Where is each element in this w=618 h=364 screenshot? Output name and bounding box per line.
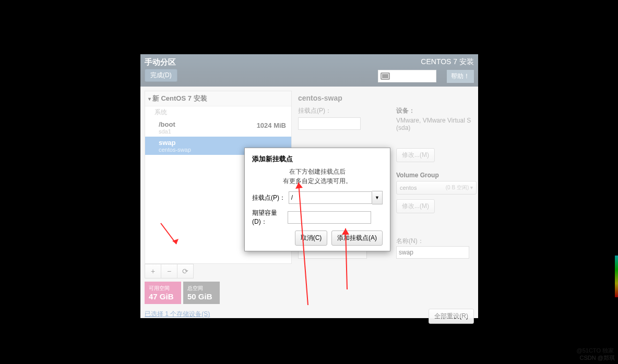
add-mount-point-button[interactable]: 添加挂载点(A): [331, 230, 383, 246]
watermark: @51CTO 独家: [577, 347, 614, 355]
dialog-size-label: 期望容量(D)：: [252, 209, 288, 226]
dialog-mount-input[interactable]: [289, 191, 372, 204]
dialog-mount-label: 挂载点(P)：: [252, 193, 289, 202]
dialog-mount-row: 挂载点(P)： ▼: [252, 191, 383, 204]
dialog-mount-dropdown[interactable]: ▼: [372, 191, 383, 204]
dialog-subtitle: 在下方创建挂载点后 有更多自定义选项可用。: [252, 167, 383, 186]
dialog-title: 添加新挂载点: [252, 154, 383, 164]
dialog-buttons: 取消(C) 添加挂载点(A): [252, 230, 383, 246]
dialog-size-row: 期望容量(D)：: [252, 209, 383, 226]
audio-meter-decoration: [615, 256, 618, 297]
dialog-size-input[interactable]: [288, 211, 371, 224]
cancel-button[interactable]: 取消(C): [295, 230, 328, 246]
watermark: CSDN @郑琪: [580, 354, 615, 362]
add-mount-point-dialog: 添加新挂载点 在下方创建挂载点后 有更多自定义选项可用。 挂载点(P)： ▼ 期…: [244, 148, 390, 251]
